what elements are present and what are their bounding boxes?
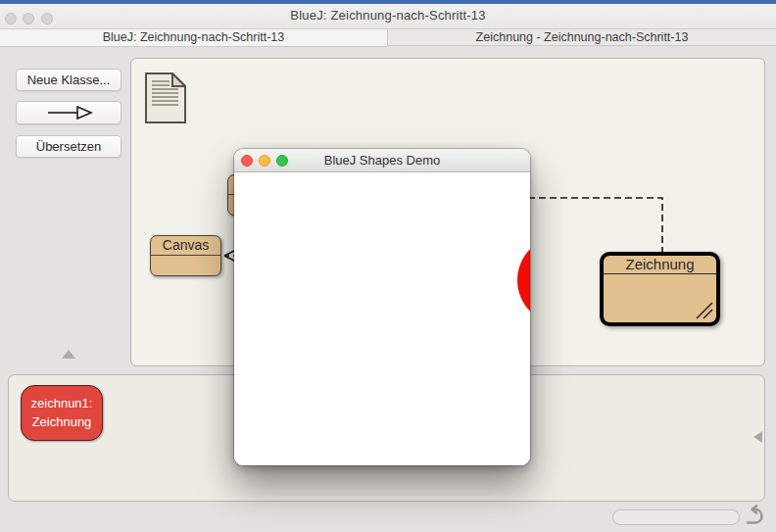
class-title: Zeichnung: [604, 256, 716, 274]
shapes-demo-window[interactable]: BlueJ Shapes Demo: [234, 149, 530, 465]
window-title: BlueJ: Zeichnung-nach-Schritt-13: [0, 8, 776, 23]
object-name: zeichnun1:: [22, 394, 102, 412]
bluej-main-window: BlueJ: Zeichnung-nach-Schritt-13 BlueJ: …: [0, 0, 776, 532]
compile-button[interactable]: Übersetzen: [16, 135, 121, 158]
shapes-demo-titlebar[interactable]: BlueJ Shapes Demo: [234, 149, 530, 172]
class-box-canvas[interactable]: Canvas: [150, 235, 221, 276]
codepad-collapse-left-icon[interactable]: [753, 431, 762, 443]
object-zeichnun1[interactable]: zeichnun1: Zeichnung: [21, 385, 103, 441]
tab-editor-zeichnung[interactable]: Zeichnung - Zeichnung-nach-Schritt-13: [387, 29, 776, 46]
drawn-circle-shape: [517, 236, 530, 324]
class-title: Canvas: [151, 236, 220, 256]
shapes-demo-title: BlueJ Shapes Demo: [234, 153, 530, 168]
new-class-button[interactable]: Neue Klasse...: [16, 69, 121, 91]
window-titlebar: BlueJ: Zeichnung-nach-Schritt-13: [0, 4, 776, 29]
class-box-zeichnung[interactable]: Zeichnung: [600, 252, 720, 326]
shapes-demo-canvas[interactable]: [234, 172, 530, 465]
window-tabbar: BlueJ: Zeichnung-nach-Schritt-13 Zeichnu…: [0, 29, 776, 47]
selection-corner-marks-icon: [695, 301, 714, 320]
new-uses-arrow-button[interactable]: [16, 101, 121, 124]
tab-main-project[interactable]: BlueJ: Zeichnung-nach-Schritt-13: [0, 29, 387, 47]
bench-collapse-up-icon[interactable]: [62, 350, 75, 359]
progress-indicator: [612, 509, 740, 525]
object-class: Zeichnung: [22, 412, 102, 431]
loop-restart-icon: [742, 504, 768, 529]
uses-arrow-icon: [17, 102, 121, 123]
readme-document-icon[interactable]: [145, 73, 186, 123]
